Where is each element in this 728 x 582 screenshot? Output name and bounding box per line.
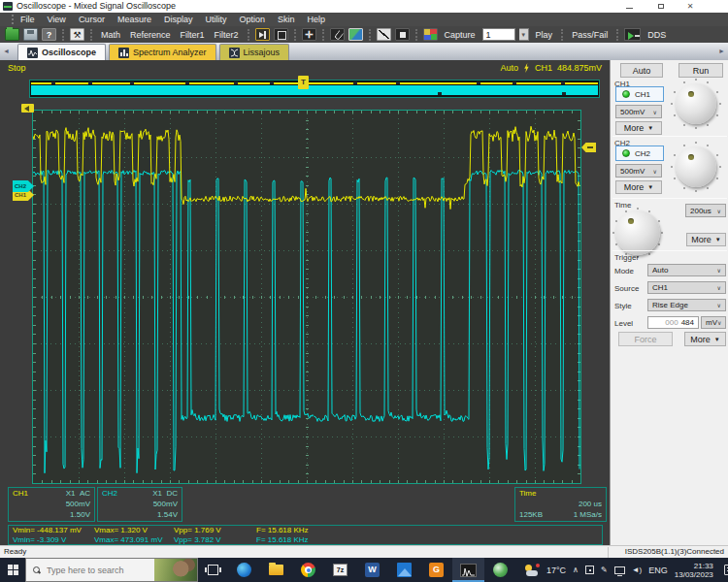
- menu-file[interactable]: File: [20, 15, 35, 24]
- help-icon[interactable]: ?: [42, 28, 56, 41]
- taskbar-app-photos[interactable]: [388, 558, 420, 582]
- search-icon: [33, 566, 41, 574]
- tab-scroll-left-icon[interactable]: ◄: [3, 48, 10, 54]
- menu-measure[interactable]: Measure: [117, 15, 151, 24]
- trigger-time-marker[interactable]: [21, 104, 34, 113]
- menu-skin[interactable]: Skin: [278, 15, 295, 24]
- taskbar-app-oscilloscope[interactable]: [452, 558, 484, 582]
- taskbar-app-edge[interactable]: [228, 558, 260, 582]
- ch1-enable-button[interactable]: CH1: [615, 86, 664, 102]
- ch1-vpp: Vpp= 1.769 V: [174, 526, 256, 535]
- close-button[interactable]: ✕: [685, 2, 695, 11]
- search-input[interactable]: [47, 566, 140, 575]
- force-button[interactable]: Force: [618, 332, 673, 346]
- frame-icon[interactable]: [274, 28, 288, 41]
- taskbar-app-word[interactable]: W: [356, 558, 388, 582]
- lissajous-tab-icon: [229, 48, 240, 58]
- trigger-mode-select[interactable]: Auto∨: [647, 264, 726, 276]
- ch2-more-button[interactable]: More▼: [615, 180, 662, 194]
- menu-view[interactable]: View: [48, 15, 66, 24]
- menu-cursor[interactable]: Cursor: [79, 15, 105, 24]
- pass-fail-button[interactable]: Pass/Fail: [569, 30, 611, 40]
- dds-button[interactable]: DDS: [645, 30, 669, 40]
- save-icon[interactable]: [23, 28, 38, 41]
- start-button[interactable]: [0, 558, 25, 582]
- temperature-label[interactable]: 17°C: [546, 566, 566, 575]
- trigger-position-marker[interactable]: T: [298, 76, 309, 89]
- filter1-button[interactable]: Filter1: [178, 30, 208, 40]
- status-separator: [608, 547, 609, 558]
- ch1-vmax: Vmax= 1.320 V: [94, 526, 174, 535]
- auto-button[interactable]: Auto: [620, 63, 663, 78]
- tab-lissajous[interactable]: Lissajous: [219, 44, 290, 60]
- weather-icon[interactable]: [524, 564, 540, 577]
- ch1-volts-knob[interactable]: [669, 77, 723, 131]
- ch2-volts-knob[interactable]: [669, 140, 723, 194]
- search-highlight-image[interactable]: [154, 559, 197, 581]
- timebase-select[interactable]: 200us∨: [685, 204, 726, 217]
- capture-count-input[interactable]: [482, 28, 515, 41]
- taskbar-app-chrome[interactable]: [292, 558, 324, 582]
- trigger-source-select[interactable]: CH1∨: [647, 281, 726, 294]
- trigger-style-select[interactable]: Rise Edge∨: [647, 299, 726, 311]
- stop-record-icon[interactable]: [395, 28, 410, 41]
- task-view-icon[interactable]: [208, 565, 218, 575]
- trigger-more-button[interactable]: More▼: [684, 332, 726, 346]
- trigger-level-input[interactable]: 000 484: [647, 316, 699, 329]
- line-draw-icon[interactable]: [377, 28, 391, 41]
- ch2-vpp: Vpp= 3.782 V: [174, 535, 256, 545]
- tab-oscilloscope[interactable]: Oscilloscope: [17, 44, 106, 60]
- volume-icon[interactable]: ◄): [632, 566, 643, 574]
- trigger-level-readout: 484.875mV: [557, 63, 602, 73]
- reference-button[interactable]: Reference: [127, 30, 174, 40]
- trigger-level-unit-select[interactable]: mV∨: [701, 316, 726, 329]
- notification-icon[interactable]: 1: [724, 565, 728, 575]
- menu-utility[interactable]: Utility: [205, 15, 226, 24]
- control-panel: Auto Run CH1 CH1 500mV∨ More▼ CH2 CH2 50…: [610, 60, 728, 545]
- ch1-more-button[interactable]: More▼: [615, 121, 662, 135]
- minimize-button[interactable]: [625, 2, 635, 11]
- ch2-scale-select[interactable]: 500mV∨: [615, 164, 662, 178]
- ch2-enable-button[interactable]: CH2: [615, 146, 664, 161]
- open-file-icon[interactable]: [5, 28, 19, 41]
- run-button[interactable]: Run: [678, 63, 723, 78]
- menu-display[interactable]: Display: [164, 15, 193, 24]
- menu-help[interactable]: Help: [307, 15, 325, 24]
- record-overview-bar[interactable]: [29, 80, 600, 98]
- taskbar-search[interactable]: [25, 558, 198, 582]
- taskbar-app-globe[interactable]: [484, 558, 516, 582]
- pen-icon[interactable]: ✎: [601, 566, 608, 574]
- math-button[interactable]: Math: [98, 30, 123, 40]
- time-knob[interactable]: [611, 206, 665, 260]
- capture-dropdown-icon[interactable]: ▼: [519, 28, 529, 41]
- tab-spectrum-analyzer[interactable]: Spectrum Analyzer: [109, 44, 216, 60]
- move-cursor-icon[interactable]: ✛: [302, 28, 316, 41]
- language-indicator[interactable]: ENG: [648, 566, 668, 575]
- network-icon[interactable]: [614, 566, 625, 574]
- tab-scroll-right-icon[interactable]: ►: [718, 48, 725, 54]
- trigger-level-marker[interactable]: [581, 143, 596, 152]
- taskbar-app-explorer[interactable]: [260, 558, 292, 582]
- restore-button[interactable]: [656, 2, 666, 11]
- play-button[interactable]: Play: [533, 30, 556, 40]
- ch2-position-marker[interactable]: CH2: [13, 180, 34, 192]
- settings-wrench-icon[interactable]: ⚒: [70, 28, 84, 41]
- color-palette-icon[interactable]: [423, 28, 438, 41]
- ch2-vmin: Vmin= -3.309 V: [13, 535, 94, 545]
- ch1-vmin: Vmin= -448.137 mV: [13, 526, 94, 535]
- time-more-button[interactable]: More▼: [686, 233, 726, 246]
- dds-icon[interactable]: [624, 28, 641, 41]
- tray-app-icon[interactable]: [585, 566, 594, 574]
- taskbar-app-orange[interactable]: G: [420, 558, 452, 582]
- ch1-scale-select[interactable]: 500mV∨: [615, 105, 662, 118]
- screenshot-image-icon[interactable]: [348, 28, 363, 41]
- tray-expand-icon[interactable]: ∧: [573, 566, 579, 574]
- paperclip-icon[interactable]: [330, 28, 345, 41]
- tab-label: Lissajous: [244, 48, 281, 57]
- window-switch-icon[interactable]: [255, 28, 270, 41]
- clock[interactable]: 21:33 13/03/2023: [675, 562, 713, 579]
- trigger-source-readout: CH1: [535, 63, 552, 73]
- menu-option[interactable]: Option: [239, 15, 265, 24]
- filter2-button[interactable]: Filter2: [212, 30, 242, 40]
- taskbar-app-7zip[interactable]: 7z: [324, 558, 356, 582]
